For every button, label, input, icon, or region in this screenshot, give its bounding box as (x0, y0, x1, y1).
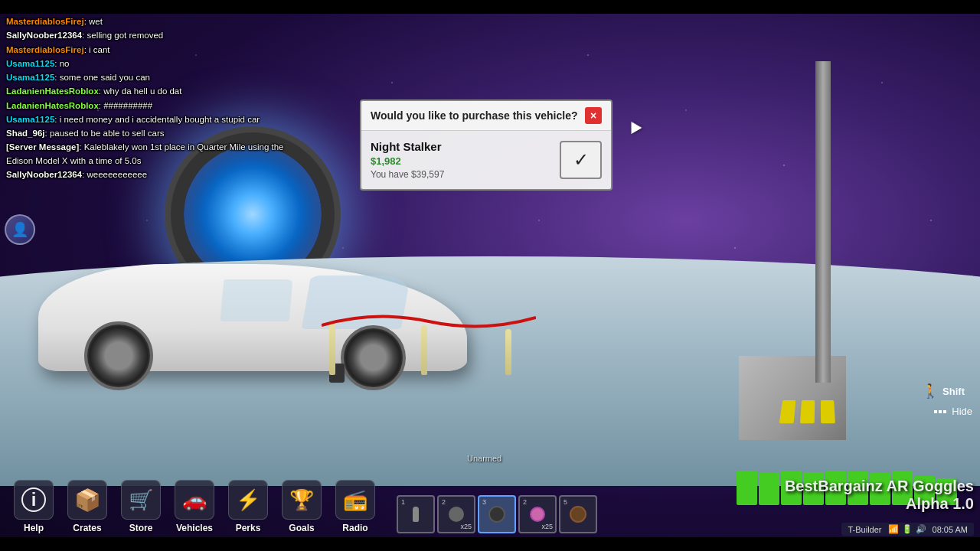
goals-icon: 🏆 (289, 488, 314, 512)
nav-bar: i Help 📦 Crates 🛒 Store 🚗 Vehicles ⚡ (8, 480, 381, 533)
vehicles-label: Vehicles (176, 523, 213, 533)
crates-label: Crates (73, 523, 101, 533)
nav-crates[interactable]: 📦 Crates (61, 480, 113, 533)
dialog-body: Night Stalker $1,982 You have $39,597 ✓ (361, 131, 611, 189)
chat-msg-11: SallyNoober12364: weeeeeeeeeee (6, 168, 289, 181)
nav-goals[interactable]: 🏆 Goals (276, 480, 328, 533)
chat-msg-4: Usama1125: no (6, 57, 289, 70)
weapon-slot-2[interactable]: 2 x25 (437, 495, 475, 533)
active-weapon-icon (488, 506, 505, 523)
weapon-hotbar: 1 2 x25 3 2 x25 5 (397, 495, 597, 533)
weapon-slot-4[interactable]: 2 x25 (518, 495, 557, 533)
confirm-purchase-button[interactable]: ✓ (560, 141, 602, 179)
slot-3-number: 3 (482, 498, 486, 506)
hide-label: Hide (952, 406, 972, 417)
vehicles-icon-bg: 🚗 (175, 480, 214, 520)
help-icon: i (21, 487, 46, 512)
black-bar-bottom (0, 537, 980, 551)
slot-4-number: 2 (523, 498, 527, 506)
close-dialog-button[interactable]: × (585, 107, 602, 124)
t-builder-label: T-Builder (848, 525, 881, 534)
slot-2-number: 2 (442, 498, 446, 506)
hide-button[interactable]: Hide (934, 406, 972, 417)
chat-msg-2: SallyNoober12364: selling got removed (6, 29, 289, 42)
help-label: Help (24, 523, 44, 533)
radio-icon-bg: 📻 (335, 480, 375, 520)
store-label: Store (129, 523, 153, 533)
chat-msg-7: LadanienHatesRoblox: ########## (6, 99, 289, 112)
chat-msg-6: LadanienHatesRoblox: why da hell u do da… (6, 85, 289, 98)
goals-icon-bg: 🏆 (282, 480, 322, 520)
sound-icon: 🔊 (916, 524, 926, 534)
shift-label: Shift (942, 386, 965, 397)
black-bar-top (0, 0, 980, 14)
slot-1-number: 1 (401, 498, 405, 506)
road-markings (781, 398, 858, 425)
battery-icon: 🔋 (902, 524, 913, 534)
pink-weapon-icon (530, 507, 545, 522)
perks-icon-bg: ⚡ (228, 480, 268, 520)
vehicle-name: Night Stalker (371, 140, 550, 153)
perks-label: Perks (236, 523, 261, 533)
goals-label: Goals (289, 523, 314, 533)
system-clock: 08:05 AM (933, 525, 968, 534)
perks-icon: ⚡ (236, 488, 260, 512)
chat-panel: MasterdiablosFirej: wet SallyNoober12364… (6, 15, 289, 182)
chat-msg-10: [Server Message]: Kaleblakely won 1st pl… (6, 141, 289, 168)
chat-msg-3: MasterdiablosFirej: i cant (6, 44, 289, 57)
store-icon-bg: 🛒 (121, 480, 161, 520)
crates-icon-bg: 📦 (67, 480, 107, 520)
shift-icon: 🚶 (922, 383, 939, 399)
system-icons: 📶 🔋 🔊 (888, 524, 926, 534)
weapon-slot-5[interactable]: 5 (559, 495, 597, 533)
lamp-pole (815, 61, 831, 383)
nav-help[interactable]: i Help (8, 480, 60, 533)
grenade-icon (449, 507, 464, 522)
help-icon-bg: i (14, 480, 54, 520)
radio-icon: 📻 (343, 488, 368, 512)
shift-indicator: 🚶 Shift (922, 383, 965, 399)
dialog-title: Would you like to purchase this vehicle? (371, 109, 577, 122)
chat-msg-5: Usama1125: some one said you can (6, 71, 289, 84)
chat-msg-9: Shad_96j: paused to be able to sell cars (6, 127, 289, 140)
brown-weapon-icon (570, 506, 586, 523)
weapon-slot-1[interactable]: 1 (397, 495, 435, 533)
weapon-slot-3[interactable]: 3 (478, 495, 516, 533)
nav-store[interactable]: 🛒 Store (115, 480, 167, 533)
chat-msg-1: MasterdiablosFirej: wet (6, 15, 289, 28)
vehicle-price: $1,982 (371, 155, 550, 167)
vehicles-icon: 🚗 (182, 488, 207, 512)
chat-msg-8: Usama1125: i need money and i accidental… (6, 113, 289, 126)
nav-perks[interactable]: ⚡ Perks (222, 480, 274, 533)
vehicle-info: Night Stalker $1,982 You have $39,597 (371, 140, 550, 180)
nav-vehicles[interactable]: 🚗 Vehicles (168, 480, 220, 533)
slot-2-count: x25 (460, 523, 472, 530)
slot-5-number: 5 (564, 498, 567, 506)
vehicle-balance: You have $39,597 (371, 169, 550, 180)
avatar: 👤 (5, 214, 35, 245)
system-tray: T-Builder 📶 🔋 🔊 08:05 AM (841, 523, 974, 536)
crates-icon: 📦 (74, 487, 101, 513)
bullet-icon (413, 507, 419, 522)
network-icon: 📶 (888, 524, 899, 534)
radio-label: Radio (342, 523, 368, 533)
unarmed-label: Unarmed (467, 454, 501, 463)
slot-4-count: x25 (541, 523, 553, 530)
nav-radio[interactable]: 📻 Radio (329, 480, 381, 533)
dialog-header: Would you like to purchase this vehicle?… (361, 101, 611, 131)
store-icon: 🛒 (129, 488, 153, 512)
bottom-hud: i Help 📦 Crates 🛒 Store 🚗 Vehicles ⚡ (0, 468, 980, 537)
purchase-dialog: Would you like to purchase this vehicle?… (360, 99, 612, 191)
